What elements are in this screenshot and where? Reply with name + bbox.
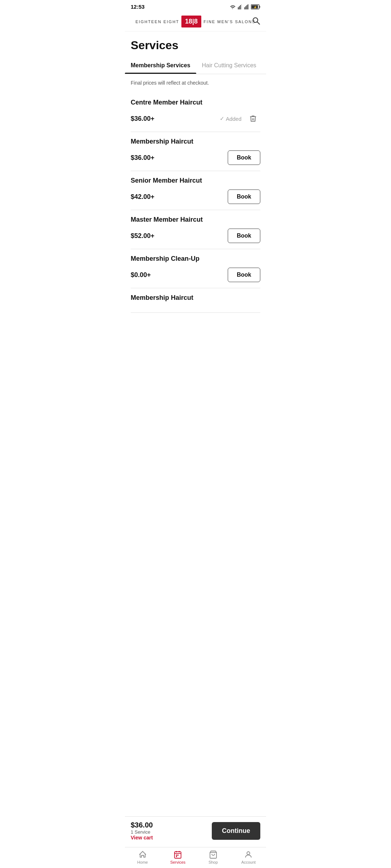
main-content: Final prices will reflect at checkout. C… [125, 74, 266, 363]
svg-rect-4 [244, 7, 245, 9]
service-price: $0.00+ [131, 271, 151, 279]
tab-membership[interactable]: Membership Services [125, 58, 196, 74]
signal2-icon [244, 4, 249, 9]
delete-button[interactable] [246, 111, 260, 126]
svg-line-13 [257, 22, 260, 24]
service-row: $36.00+ Book [131, 150, 260, 165]
tab-colouring[interactable]: Colouring Ser... [262, 58, 266, 74]
added-label: Added [220, 115, 241, 122]
tab-haircut[interactable]: Hair Cutting Services [196, 58, 262, 74]
svg-rect-10 [260, 6, 260, 8]
service-item: Membership Haircut $36.00+ Book [131, 132, 260, 171]
service-name: Membership Clean-Up [131, 255, 260, 263]
svg-rect-6 [247, 5, 247, 9]
logo-badge: 18|8 [181, 16, 201, 27]
service-item: Centre Member Haircut $36.00+ Added [131, 93, 260, 132]
service-item: Senior Member Haircut $42.00+ Book [131, 171, 260, 210]
service-name: Centre Member Haircut [131, 99, 260, 106]
service-price: $52.00+ [131, 232, 155, 240]
status-bar: 12:53 ⚡ [125, 0, 266, 12]
battery-icon: ⚡ [251, 4, 260, 9]
service-price: $42.00+ [131, 193, 155, 201]
signal-icon [238, 4, 242, 9]
time-display: 12:53 [131, 4, 144, 10]
book-button[interactable]: Book [228, 268, 260, 282]
search-button[interactable] [252, 16, 260, 27]
book-button[interactable]: Book [228, 190, 260, 204]
trash-icon [249, 115, 257, 123]
logo: EIGHTEEN EIGHT 18|8 FINE MEN'S SALONS [135, 16, 256, 27]
svg-rect-2 [240, 5, 241, 9]
service-row: $52.00+ Book [131, 229, 260, 243]
service-name: Membership Haircut [131, 138, 260, 145]
app-header: EIGHTEEN EIGHT 18|8 FINE MEN'S SALONS [125, 12, 266, 31]
service-name: Senior Member Haircut [131, 177, 260, 184]
service-price: $36.00+ [131, 154, 155, 162]
search-icon [252, 16, 260, 25]
tabs-container: Membership Services Hair Cutting Service… [125, 58, 266, 74]
svg-rect-7 [248, 4, 248, 9]
service-actions: Added [220, 111, 260, 126]
status-icons: ⚡ [230, 4, 260, 9]
logo-text-right: FINE MEN'S SALONS [203, 20, 256, 24]
wifi-icon [230, 5, 236, 9]
svg-rect-5 [245, 6, 246, 9]
svg-text:⚡: ⚡ [253, 5, 257, 9]
svg-rect-1 [239, 6, 240, 9]
service-price: $36.00+ [131, 115, 155, 123]
service-row: $36.00+ Added [131, 111, 260, 126]
book-button[interactable]: Book [228, 150, 260, 165]
service-row: $0.00+ Book [131, 268, 260, 282]
logo-text-left: EIGHTEEN EIGHT [135, 20, 179, 24]
service-row: $42.00+ Book [131, 190, 260, 204]
service-name: Master Member Haircut [131, 216, 260, 224]
service-name: Membership Haircut [131, 294, 260, 302]
price-note: Final prices will reflect at checkout. [131, 80, 260, 86]
svg-rect-3 [241, 4, 242, 9]
svg-rect-0 [238, 7, 239, 9]
page-title: Services [125, 31, 266, 52]
service-item: Master Member Haircut $52.00+ Book [131, 210, 260, 249]
service-item: Membership Haircut [131, 288, 260, 313]
service-item: Membership Clean-Up $0.00+ Book [131, 249, 260, 288]
book-button[interactable]: Book [228, 229, 260, 243]
